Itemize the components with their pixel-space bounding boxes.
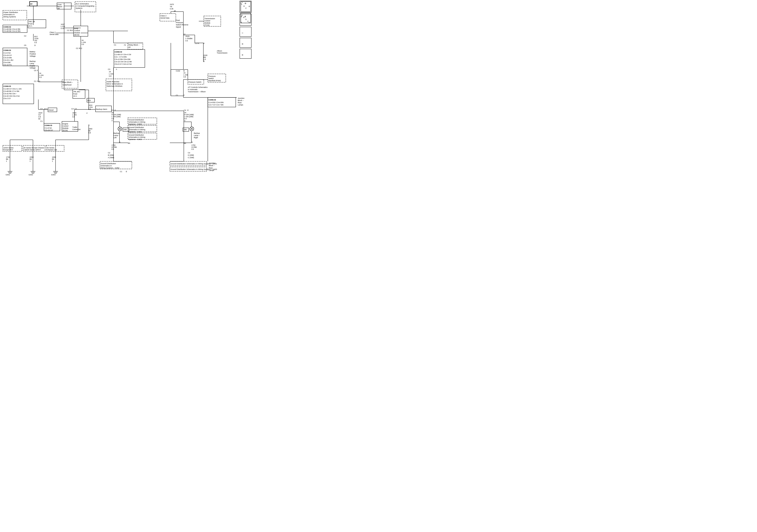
svg-text:➡: ➡	[242, 43, 243, 45]
svg-text:Junction: Junction	[209, 162, 216, 164]
svg-text:C1: C1	[114, 44, 116, 46]
svg-text:GY/BK: GY/BK	[111, 146, 117, 148]
svg-text:C1: C1	[120, 170, 122, 172]
svg-text:0.5: 0.5	[81, 43, 84, 45]
svg-text:1624: 1624	[72, 112, 76, 114]
svg-text:E: E	[126, 170, 127, 172]
svg-text:O: O	[245, 2, 246, 4]
svg-text:BK: BK	[184, 142, 186, 144]
svg-text:Inside Rearview: Inside Rearview	[106, 81, 119, 83]
svg-text:C2=68 BK  C4=12 BN: C2=68 BK C4=12 BN	[3, 30, 20, 32]
svg-text:Class 2: Class 2	[49, 31, 55, 33]
svg-text:I/P: I/P	[129, 46, 131, 48]
svg-text:C2: C2	[111, 109, 113, 111]
svg-text:Manifold (PSM): Manifold (PSM)	[208, 80, 221, 82]
svg-text:D: D	[203, 60, 205, 62]
svg-text:Transmission: Transmission	[217, 52, 227, 54]
svg-text:B: B	[183, 70, 185, 72]
svg-text:Lamp –: Lamp –	[113, 134, 119, 136]
svg-text:Ground Distribution: Ground Distribution	[129, 127, 144, 129]
svg-text:C2: C2	[67, 29, 69, 31]
svg-text:Supply: Supply	[30, 65, 35, 67]
svg-text:30 Series Except Chassis: 30 Series Except Chassis	[24, 147, 44, 149]
svg-text:1624: 1624	[88, 104, 92, 106]
svg-text:2529: 2529	[185, 35, 189, 37]
svg-text:C3=24 BN: C3=24 BN	[3, 57, 12, 59]
svg-text:C: C	[245, 7, 247, 9]
svg-text:A: A	[116, 68, 117, 70]
svg-text:H (Z88): H (Z88)	[188, 154, 194, 156]
svg-text:30 Series: 30 Series	[47, 147, 54, 149]
svg-text:Diesel: Diesel	[48, 109, 53, 111]
svg-text:CONN ID: CONN ID	[3, 49, 11, 51]
svg-text:C1=68 GY  C6=4 CM: C1=68 GY C6=4 CM	[114, 53, 131, 55]
svg-text:Left: Left	[113, 136, 117, 138]
svg-text:C175: C175	[195, 42, 199, 44]
svg-text:I/P: I/P	[58, 8, 60, 10]
svg-text:Lamps: Lamps	[209, 169, 214, 171]
svg-text:Class 2: Class 2	[161, 15, 167, 17]
svg-text:(ECM): (ECM)	[63, 130, 68, 132]
svg-text:C1=68 BK  C3=12 BK: C1=68 BK C3=12 BK	[3, 28, 20, 30]
svg-text:1650: 1650	[88, 128, 92, 130]
svg-text:C2: C2	[24, 35, 26, 37]
svg-text:L: L	[242, 1, 243, 3]
svg-text:24: 24	[81, 39, 83, 41]
svg-text:A1: A1	[124, 44, 126, 46]
svg-text:L-GN: L-GN	[61, 25, 65, 27]
svg-text:S: S	[241, 21, 242, 23]
svg-text:Schematics in Wiring: Schematics in Wiring	[129, 136, 145, 138]
svg-text:C2=68 BK  C7=2 BK: C2=68 BK C7=2 BK	[3, 90, 19, 92]
svg-text:(TCM): (TCM)	[204, 24, 210, 26]
svg-text:G403: G403	[51, 174, 55, 176]
svg-text:A/T Controls Schematics: A/T Controls Schematics	[188, 86, 208, 88]
svg-text:G: G	[192, 141, 193, 143]
svg-text:C1=6 NA: C1=6 NA	[45, 127, 52, 129]
svg-text:C1=8 BU  C3=8 BN: C1=8 BU C3=8 BN	[208, 102, 224, 103]
svg-text:in Automatic: in Automatic	[188, 88, 198, 90]
svg-text:Ground Distribution: Ground Distribution	[129, 134, 144, 136]
svg-text:GY/BK: GY/BK	[192, 146, 197, 148]
svg-text:C4=32 GN  C9=2 NA: C4=32 GN C9=2 NA	[3, 95, 20, 97]
svg-text:10 A: 10 A	[73, 95, 77, 97]
svg-text:Transmission – Allison: Transmission – Allison	[188, 91, 206, 93]
svg-text:E: E	[245, 15, 246, 17]
svg-text:Right: Right	[194, 136, 198, 138]
svg-text:C3=32 RD  C8=–: C3=32 RD C8=–	[3, 93, 17, 95]
svg-text:C: C	[183, 94, 185, 96]
svg-text:Battery: Battery	[30, 51, 35, 53]
svg-text:0.8: 0.8	[109, 75, 111, 77]
svg-text:Serial Data: Serial Data	[49, 33, 59, 35]
svg-text:Pressure: Pressure	[176, 21, 183, 23]
svg-text:1750: 1750	[6, 156, 10, 158]
svg-text:D-GN (X88): D-GN (X88)	[111, 114, 121, 116]
svg-text:Signal: Signal	[176, 26, 181, 28]
svg-text:BN: BN	[203, 56, 206, 58]
svg-text:0.5: 0.5	[39, 76, 42, 78]
svg-text:L-GN/BK: L-GN/BK	[185, 38, 193, 40]
svg-text:0.8: 0.8	[183, 76, 186, 78]
svg-text:2470: 2470	[170, 3, 174, 5]
svg-text:Systems – G401: Systems – G401	[129, 131, 142, 133]
svg-text:1: 1	[6, 160, 7, 162]
svg-text:24: 24	[39, 72, 41, 74]
svg-text:24: 24	[111, 112, 113, 114]
svg-rect-400	[240, 49, 251, 59]
svg-text:1: 1	[52, 160, 53, 162]
svg-text:B12: B12	[79, 47, 82, 49]
svg-text:Rear: Rear	[209, 167, 213, 169]
svg-text:K: K	[203, 42, 205, 44]
svg-text:C: C	[249, 5, 250, 7]
svg-text:1530: 1530	[203, 54, 207, 56]
svg-text:Voltage: Voltage	[30, 55, 36, 57]
svg-text:C3: C3	[108, 68, 110, 70]
svg-text:Module: Module	[204, 22, 210, 24]
svg-text:B (Z88): B (Z88)	[108, 154, 114, 156]
svg-text:C2=24 GY: C2=24 GY	[45, 129, 53, 131]
svg-text:Backup: Backup	[194, 132, 200, 134]
svg-text:C2: C2	[76, 47, 78, 49]
svg-text:BK: BK	[30, 158, 32, 160]
svg-text:Control: Control	[63, 125, 68, 127]
svg-text:BK: BK	[6, 158, 8, 160]
svg-text:1524: 1524	[38, 112, 42, 114]
